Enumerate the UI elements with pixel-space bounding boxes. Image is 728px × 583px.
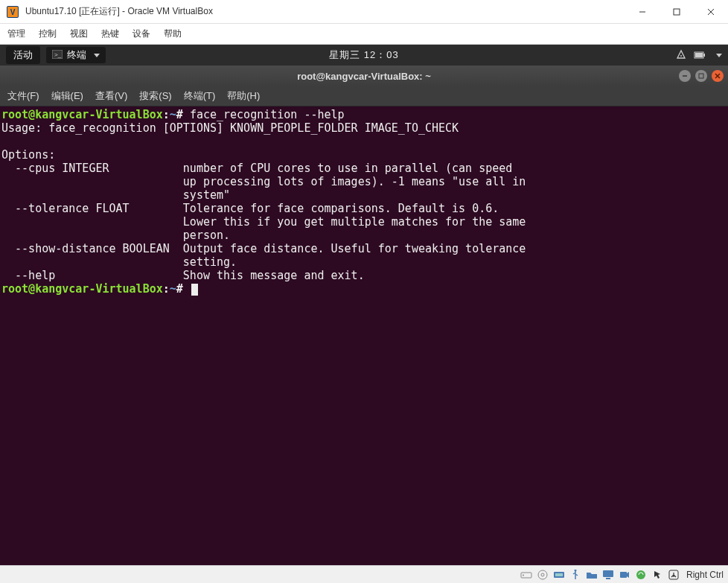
terminal-window-controls [679, 70, 724, 82]
term-menu-help[interactable]: 帮助(H) [227, 89, 260, 103]
terminal-menubar: 文件(F) 编辑(E) 查看(V) 搜索(S) 终端(T) 帮助(H) [0, 86, 728, 106]
svg-rect-26 [620, 572, 627, 578]
maximize-button[interactable] [660, 0, 694, 24]
output-line: person. [1, 229, 230, 242]
minimize-button[interactable] [625, 0, 660, 24]
svg-point-19 [538, 570, 547, 579]
output-line: Lower this if you get multiple matches f… [1, 215, 526, 229]
host-key-label: Right Ctrl [686, 570, 724, 580]
output-line: system" [1, 188, 230, 202]
output-line: --tolerance FLOAT Tolerance for face com… [1, 202, 499, 215]
ubuntu-topbar: 活动 >_ 终端 星期三 12：03 [0, 45, 728, 66]
battery-icon [694, 50, 706, 61]
output-line: Usage: face_recognition [OPTIONS] KNOWN_… [1, 121, 459, 135]
output-line: --cpus INTEGER number of CPU cores to us… [1, 162, 512, 175]
network-icon [676, 49, 686, 62]
clock[interactable]: 星期三 12：03 [329, 48, 399, 62]
svg-rect-25 [606, 578, 610, 579]
svg-rect-22 [555, 573, 563, 576]
term-menu-file[interactable]: 文件(F) [7, 89, 39, 103]
output-line: --show-distance BOOLEAN Output face dist… [1, 242, 526, 255]
svg-point-23 [574, 570, 576, 572]
svg-rect-11 [703, 54, 705, 57]
vbox-menu-devices[interactable]: 设备 [132, 28, 150, 40]
optical-icon[interactable] [536, 568, 549, 582]
terminal-titlebar: root@kangvcar-VirtualBox: ~ [0, 66, 728, 86]
term-menu-view[interactable]: 查看(V) [95, 89, 127, 103]
vbox-menu-machine[interactable]: 控制 [39, 28, 57, 40]
vbox-statusbar: Right Ctrl [0, 565, 728, 583]
vbox-titlebar: V Ubuntu17.10 [正在运行] - Oracle VM Virtual… [0, 0, 728, 24]
output-line: up processing lots of images). -1 means … [1, 175, 526, 188]
guest-additions-icon[interactable] [634, 568, 648, 582]
output-line: --help Show this message and exit. [1, 269, 365, 282]
display-icon[interactable] [601, 568, 615, 582]
chevron-down-icon [716, 54, 722, 57]
prompt-path: ~ [170, 282, 176, 296]
svg-text:V: V [10, 8, 16, 16]
recording-icon[interactable] [618, 568, 631, 582]
prompt-colon: : [163, 282, 170, 296]
close-button[interactable] [694, 0, 728, 24]
svg-point-9 [680, 55, 682, 57]
svg-rect-4 [674, 9, 680, 15]
usb-icon[interactable] [569, 568, 582, 582]
prompt-colon: : [163, 108, 170, 121]
svg-text:>_: >_ [54, 51, 62, 58]
vbox-window-title: Ubuntu17.10 [正在运行] - Oracle VM VirtualBo… [25, 5, 625, 18]
term-menu-search[interactable]: 搜索(S) [139, 89, 171, 103]
terminal-minimize-button[interactable] [679, 70, 691, 82]
vbox-menu-input[interactable]: 热键 [101, 28, 119, 40]
chevron-down-icon [94, 54, 100, 57]
svg-point-18 [523, 574, 524, 576]
vbox-menu-view[interactable]: 视图 [70, 28, 88, 40]
vbox-menubar: 管理 控制 视图 热键 设备 帮助 [0, 24, 728, 45]
terminal-close-button[interactable] [712, 70, 724, 82]
cursor [191, 284, 198, 296]
network-adapter-icon[interactable] [552, 568, 566, 582]
prompt-symbol: # [176, 282, 183, 296]
terminal-tray-icon: >_ [52, 50, 63, 61]
mouse-integration-icon[interactable] [651, 568, 664, 582]
activities-button[interactable]: 活动 [6, 46, 40, 64]
svg-rect-24 [603, 570, 613, 577]
prompt-symbol: # [176, 108, 183, 121]
prompt-path: ~ [170, 108, 176, 121]
prompt-user: root@kangvcar-VirtualBox [1, 282, 163, 296]
output-line: Options: [1, 148, 55, 162]
term-menu-edit[interactable]: 编辑(E) [51, 89, 83, 103]
vbox-menu-manage[interactable]: 管理 [7, 28, 25, 40]
terminal-maximize-button[interactable] [695, 70, 707, 82]
hdd-icon[interactable] [520, 568, 533, 582]
term-menu-terminal[interactable]: 终端(T) [184, 89, 216, 103]
shared-folders-icon[interactable] [585, 568, 598, 582]
terminal-title: root@kangvcar-VirtualBox: ~ [297, 71, 431, 82]
virtualbox-icon: V [6, 5, 19, 19]
vbox-window-controls [625, 0, 728, 23]
terminal-output-area[interactable]: root@kangvcar-VirtualBox:~# face_recogni… [0, 106, 728, 565]
system-tray[interactable] [676, 49, 722, 62]
host-key-icon[interactable] [667, 568, 680, 582]
output-line: setting. [1, 255, 237, 269]
prompt-user: root@kangvcar-VirtualBox [1, 108, 163, 121]
svg-rect-12 [695, 53, 703, 57]
current-app-indicator[interactable]: >_ 终端 [46, 47, 106, 63]
current-app-label: 终端 [67, 48, 86, 62]
svg-point-27 [636, 570, 645, 579]
svg-rect-14 [699, 74, 703, 78]
svg-point-20 [541, 573, 544, 576]
vbox-menu-help[interactable]: 帮助 [164, 28, 182, 40]
entered-command: face_recognition --help [190, 108, 345, 121]
